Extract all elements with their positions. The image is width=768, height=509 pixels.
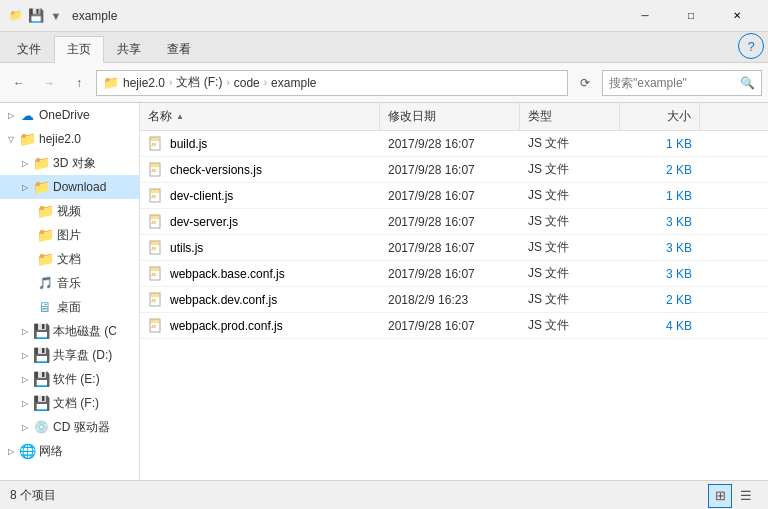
js-file-icon: JS bbox=[148, 318, 164, 334]
sidebar-item-pictures[interactable]: 📁 图片 bbox=[0, 223, 139, 247]
table-row[interactable]: JS webpack.base.conf.js 2017/9/28 16:07 … bbox=[140, 261, 768, 287]
expand-network[interactable]: ▷ bbox=[4, 444, 18, 458]
svg-text:JS: JS bbox=[151, 246, 156, 251]
cell-size-1: 2 KB bbox=[620, 157, 700, 182]
music-icon: 🎵 bbox=[36, 274, 54, 292]
address-part-example[interactable]: example bbox=[271, 76, 316, 90]
sidebar-label-software: 软件 (E:) bbox=[53, 371, 100, 388]
sidebar-label-docs: 文档 bbox=[57, 251, 81, 268]
sidebar-item-desktop[interactable]: 🖥 桌面 bbox=[0, 295, 139, 319]
svg-rect-22 bbox=[150, 319, 160, 323]
address-part-code[interactable]: code bbox=[234, 76, 260, 90]
table-row[interactable]: JS dev-client.js 2017/9/28 16:07 JS 文件 1… bbox=[140, 183, 768, 209]
col-header-size[interactable]: 大小 bbox=[620, 103, 700, 130]
filename-5: webpack.base.conf.js bbox=[170, 267, 285, 281]
docsf-icon: 💾 bbox=[32, 394, 50, 412]
item-count: 8 个项目 bbox=[10, 487, 56, 504]
sidebar-item-software[interactable]: ▷ 💾 软件 (E:) bbox=[0, 367, 139, 391]
cell-type-0: JS 文件 bbox=[520, 131, 620, 156]
sidebar-item-docsf[interactable]: ▷ 💾 文档 (F:) bbox=[0, 391, 139, 415]
maximize-button[interactable]: □ bbox=[668, 0, 714, 32]
sidebar-label-3d: 3D 对象 bbox=[53, 155, 96, 172]
expand-3d[interactable]: ▷ bbox=[18, 156, 32, 170]
forward-button[interactable]: → bbox=[36, 70, 62, 96]
up-button[interactable]: ↑ bbox=[66, 70, 92, 96]
expand-localc[interactable]: ▷ bbox=[18, 324, 32, 338]
sidebar-item-video[interactable]: 📁 视频 bbox=[0, 199, 139, 223]
cell-date-5: 2017/9/28 16:07 bbox=[380, 261, 520, 286]
cell-name-4: JS utils.js bbox=[140, 235, 380, 260]
cell-size-6: 2 KB bbox=[620, 287, 700, 312]
localc-icon: 💾 bbox=[32, 322, 50, 340]
sidebar-item-shared[interactable]: ▷ 💾 共享盘 (D:) bbox=[0, 343, 139, 367]
tab-home[interactable]: 主页 bbox=[54, 36, 104, 63]
table-row[interactable]: JS webpack.dev.conf.js 2018/2/9 16:23 JS… bbox=[140, 287, 768, 313]
svg-text:JS: JS bbox=[151, 272, 156, 277]
network-icon: 🌐 bbox=[18, 442, 36, 460]
sidebar-label-onedrive: OneDrive bbox=[39, 108, 90, 122]
col-header-date[interactable]: 修改日期 bbox=[380, 103, 520, 130]
svg-rect-19 bbox=[150, 293, 160, 297]
sidebar-item-cd[interactable]: ▷ 💿 CD 驱动器 bbox=[0, 415, 139, 439]
cell-name-0: JS build.js bbox=[140, 131, 380, 156]
table-row[interactable]: JS webpack.prod.conf.js 2017/9/28 16:07 … bbox=[140, 313, 768, 339]
expand-onedrive[interactable]: ▷ bbox=[4, 108, 18, 122]
cell-type-2: JS 文件 bbox=[520, 183, 620, 208]
sidebar-item-hejie[interactable]: ▽ 📁 hejie2.0 bbox=[0, 127, 139, 151]
cell-type-6: JS 文件 bbox=[520, 287, 620, 312]
cell-type-5: JS 文件 bbox=[520, 261, 620, 286]
cell-date-4: 2017/9/28 16:07 bbox=[380, 235, 520, 260]
expand-download[interactable]: ▷ bbox=[18, 180, 32, 194]
cell-name-3: JS dev-server.js bbox=[140, 209, 380, 234]
minimize-button[interactable]: ─ bbox=[622, 0, 668, 32]
cell-size-5: 3 KB bbox=[620, 261, 700, 286]
sidebar-item-localc[interactable]: ▷ 💾 本地磁盘 (C bbox=[0, 319, 139, 343]
col-header-type[interactable]: 类型 bbox=[520, 103, 620, 130]
table-row[interactable]: JS dev-server.js 2017/9/28 16:07 JS 文件 3… bbox=[140, 209, 768, 235]
table-row[interactable]: JS build.js 2017/9/28 16:07 JS 文件 1 KB bbox=[140, 131, 768, 157]
help-button[interactable]: ? bbox=[738, 33, 764, 59]
table-row[interactable]: JS check-versions.js 2017/9/28 16:07 JS … bbox=[140, 157, 768, 183]
sidebar-item-3d[interactable]: ▷ 📁 3D 对象 bbox=[0, 151, 139, 175]
sidebar-item-onedrive[interactable]: ▷ ☁ OneDrive bbox=[0, 103, 139, 127]
filename-2: dev-client.js bbox=[170, 189, 233, 203]
status-bar: 8 个项目 ⊞ ☰ bbox=[0, 480, 768, 509]
filename-1: check-versions.js bbox=[170, 163, 262, 177]
js-file-icon: JS bbox=[148, 214, 164, 230]
address-folder-icon: 📁 bbox=[103, 75, 119, 90]
filename-7: webpack.prod.conf.js bbox=[170, 319, 283, 333]
table-row[interactable]: JS utils.js 2017/9/28 16:07 JS 文件 3 KB bbox=[140, 235, 768, 261]
tab-file[interactable]: 文件 bbox=[4, 36, 54, 62]
cell-date-3: 2017/9/28 16:07 bbox=[380, 209, 520, 234]
3d-icon: 📁 bbox=[32, 154, 50, 172]
address-part-docs[interactable]: 文档 (F:) bbox=[176, 74, 222, 91]
expand-docsf[interactable]: ▷ bbox=[18, 396, 32, 410]
refresh-button[interactable]: ⟳ bbox=[572, 70, 598, 96]
address-box[interactable]: 📁 hejie2.0 › 文档 (F:) › code › example bbox=[96, 70, 568, 96]
expand-software[interactable]: ▷ bbox=[18, 372, 32, 386]
sidebar-label-hejie: hejie2.0 bbox=[39, 132, 81, 146]
close-button[interactable]: ✕ bbox=[714, 0, 760, 32]
search-input[interactable] bbox=[609, 76, 736, 90]
address-part-hejie[interactable]: hejie2.0 bbox=[123, 76, 165, 90]
expand-hejie[interactable]: ▽ bbox=[4, 132, 18, 146]
tab-share[interactable]: 共享 bbox=[104, 36, 154, 62]
folder-icon: 📁 bbox=[8, 8, 24, 24]
col-header-name[interactable]: 名称 ▲ bbox=[140, 103, 380, 130]
search-box[interactable]: 🔍 bbox=[602, 70, 762, 96]
svg-rect-13 bbox=[150, 241, 160, 245]
back-button[interactable]: ← bbox=[6, 70, 32, 96]
cell-name-1: JS check-versions.js bbox=[140, 157, 380, 182]
onedrive-icon: ☁ bbox=[18, 106, 36, 124]
sidebar-item-docs[interactable]: 📁 文档 bbox=[0, 247, 139, 271]
sidebar-item-network[interactable]: ▷ 🌐 网络 bbox=[0, 439, 139, 463]
view-list-button[interactable]: ☰ bbox=[734, 484, 758, 508]
title-bar-icons: 📁 💾 ▼ bbox=[8, 8, 64, 24]
tab-view[interactable]: 查看 bbox=[154, 36, 204, 62]
view-detail-button[interactable]: ⊞ bbox=[708, 484, 732, 508]
sidebar-item-music[interactable]: 🎵 音乐 bbox=[0, 271, 139, 295]
expand-shared[interactable]: ▷ bbox=[18, 348, 32, 362]
expand-cd[interactable]: ▷ bbox=[18, 420, 32, 434]
sidebar-item-download[interactable]: ▷ 📁 Download bbox=[0, 175, 139, 199]
sidebar-label-video: 视频 bbox=[57, 203, 81, 220]
